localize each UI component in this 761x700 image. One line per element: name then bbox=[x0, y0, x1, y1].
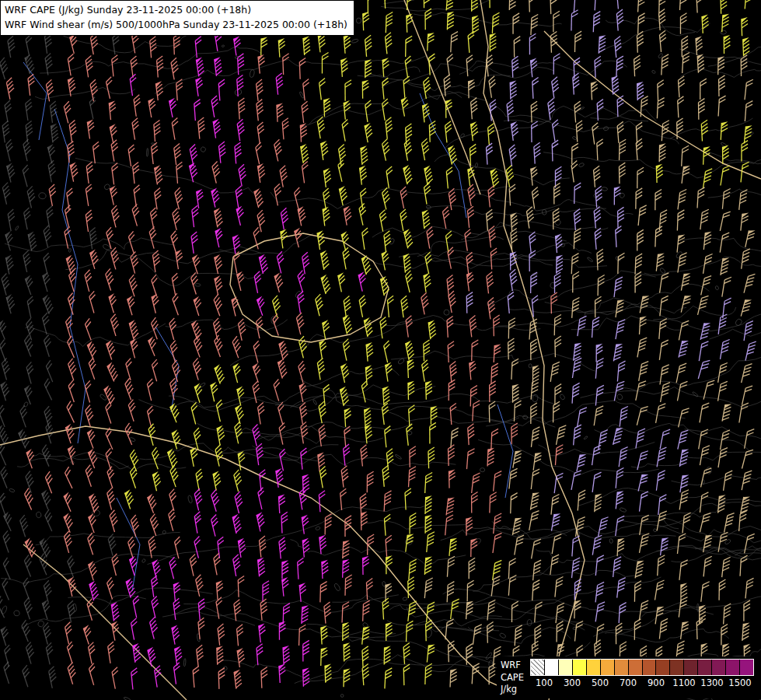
colorbar-cell bbox=[712, 660, 726, 675]
colorbar-tick-label: 1500 bbox=[728, 677, 751, 688]
colorbar-tick-label: 300 bbox=[564, 677, 581, 688]
colorbar-cell bbox=[684, 660, 698, 675]
colorbar-cell bbox=[726, 660, 740, 675]
colorbar-cell bbox=[573, 660, 587, 675]
legend-labels: WRF CAPE J/kg bbox=[501, 659, 524, 696]
colorbar-tick-label: 100 bbox=[536, 677, 553, 688]
colorbar-cell bbox=[740, 660, 753, 675]
colorbar-cell bbox=[670, 660, 684, 675]
legend-variable-label: CAPE bbox=[501, 672, 524, 684]
colorbar-wrap: 100300500700900110013001500 bbox=[530, 659, 754, 689]
title-line-shear: WRF Wind shear (m/s) 500/1000hPa Sunday … bbox=[5, 17, 347, 32]
colorbar-cell bbox=[545, 660, 559, 675]
colorbar-tick-label: 900 bbox=[648, 677, 665, 688]
colorbar-cell bbox=[698, 660, 712, 675]
colorbar-tick-label: 500 bbox=[592, 677, 609, 688]
colorbar-cell bbox=[531, 660, 545, 675]
legend-model-label: WRF bbox=[501, 660, 524, 672]
colorbar-cell bbox=[601, 660, 615, 675]
colorbar-ticks: 100300500700900110013001500 bbox=[530, 677, 754, 689]
title-line-cape: WRF CAPE (J/kg) Sunday 23-11-2025 00:00 … bbox=[5, 2, 347, 17]
colorbar-cell bbox=[656, 660, 670, 675]
colorbar-tick-label: 1300 bbox=[700, 677, 723, 688]
colorbar-cell bbox=[615, 660, 629, 675]
weather-map-canvas bbox=[0, 0, 761, 700]
colorbar-tick-label: 1100 bbox=[672, 677, 695, 688]
cape-colorbar bbox=[530, 659, 754, 676]
colorbar-cell bbox=[629, 660, 643, 675]
colorbar-cell bbox=[559, 660, 573, 675]
map-root: WRF CAPE (J/kg) Sunday 23-11-2025 00:00 … bbox=[0, 0, 761, 700]
colorbar-tick-label: 700 bbox=[620, 677, 637, 688]
colorbar-cell bbox=[587, 660, 601, 675]
title-box: WRF CAPE (J/kg) Sunday 23-11-2025 00:00 … bbox=[0, 0, 354, 36]
legend-unit-label: J/kg bbox=[501, 684, 524, 696]
cape-legend: WRF CAPE J/kg 10030050070090011001300150… bbox=[497, 656, 758, 698]
colorbar-cell bbox=[643, 660, 657, 675]
